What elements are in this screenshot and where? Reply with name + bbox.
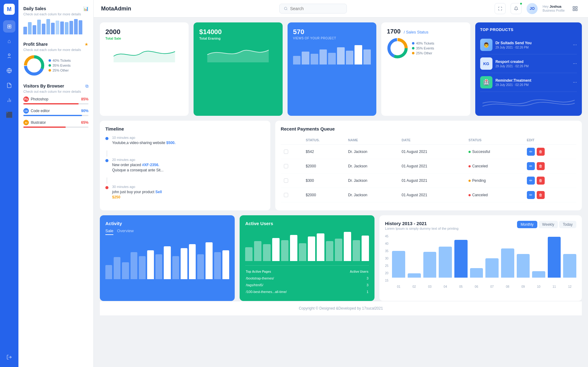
row-status-2: Pending	[468, 178, 486, 183]
history-chart-container: 45 40 35 30 25 20 15	[385, 235, 576, 288]
dashboard: 2000 Total Sale $14000 Total Eraning	[94, 18, 588, 320]
user-info: Hey Joshua Business Profile	[543, 5, 565, 12]
product-item-1: KG Resport created 29 July 2021 · 02:26 …	[480, 54, 577, 73]
views-value: 570	[293, 28, 371, 36]
notification-button[interactable]	[511, 3, 522, 14]
search-input[interactable]	[290, 6, 342, 11]
product-item-2: 🏥 Reminder:Treatment 29 July 2021 · 02:2…	[480, 73, 577, 92]
payments-table: STATUS. NAME DATE STATUS EDIT $542 Dr. J…	[281, 136, 576, 202]
browser-illustrator: Ai Illustrator 65%	[23, 120, 88, 128]
sidebar-item-users[interactable]	[3, 50, 15, 62]
activity-bars-chart	[105, 239, 229, 279]
table-row: $2000 Dr. Jackson 01 August 2021 Cancele…	[281, 188, 576, 202]
au-page-1: /tags/html5/	[246, 282, 330, 288]
product-menu-2[interactable]: ···	[573, 80, 577, 85]
timeline-time-2: 30 minutes ago	[112, 185, 162, 189]
top-products-wave	[480, 96, 577, 111]
visitors-title: Visitors By Browser	[23, 84, 64, 88]
payments-col-edit: EDIT	[524, 136, 576, 145]
top-products-card: TOP PRODUCTS 👨 Dr Sultads Send You 29 Ju…	[475, 22, 582, 116]
activity-tab-sale[interactable]: Sale	[105, 228, 113, 235]
history-tabs: Monthly Weekly Today	[517, 221, 576, 228]
legend-tickets: 40% Tickets	[49, 59, 71, 62]
active-users-table: Top Active Pages Active Users /bootstrap…	[245, 268, 369, 295]
payments-card: Recent Payments Queue STATUS. NAME DATE …	[275, 121, 582, 210]
legend-other: 25% Other	[49, 68, 71, 72]
edit-button-2[interactable]: ✏	[527, 177, 535, 185]
delete-button-2[interactable]: 🗑	[537, 177, 545, 185]
sidebar-item-docs[interactable]	[3, 79, 15, 92]
views-label: VIEWS OF YOUR PROJECT	[293, 37, 371, 40]
stat-sales-status: 1700 / Sales Status 40% Tickets 35% Even…	[381, 22, 470, 116]
timeline-card: Timeline 10 minutes ago Youtube,a video-…	[100, 121, 270, 210]
history-x-labels: 01 02 03 04 05 06 07 08 09 10 11 12	[392, 285, 576, 288]
au-users-2: 1	[330, 289, 368, 295]
sidebar-item-grid[interactable]: ⬛	[3, 109, 15, 121]
table-row: $300 Dr. Jackson 01 August 2021 Pending …	[281, 174, 576, 188]
logo-letter: M	[7, 6, 12, 13]
activity-card: Activity Sale Overview	[100, 215, 235, 301]
activity-title: Activity	[105, 221, 229, 226]
history-tab-weekly[interactable]: Weekly	[539, 221, 558, 228]
history-header: History 2013 - 2021 Lorem Ipsum is simpl…	[385, 221, 576, 230]
product-time-1: 29 July 2021 · 02:26 PM	[496, 64, 570, 68]
activity-tabs: Sale Overview	[105, 228, 229, 235]
header-title: MotaAdmin	[101, 6, 131, 12]
daily-sales-section: Daily Sales 📊 Check out each colum for m…	[23, 6, 88, 34]
product-info-1: Resport created 29 July 2021 · 02:26 PM	[496, 60, 570, 68]
product-time-2: 29 July 2021 · 02:26 PM	[496, 83, 570, 87]
row-checkbox-2[interactable]	[284, 178, 288, 183]
product-info-2: Reminder:Treatment 29 July 2021 · 02:26 …	[496, 78, 570, 87]
edit-button-3[interactable]: ✏	[527, 191, 535, 199]
daily-sales-chart	[23, 19, 88, 34]
stats-row: 2000 Total Sale $14000 Total Eraning	[100, 22, 582, 116]
total-earning-value: $14000	[199, 28, 277, 36]
code-editor-progress	[23, 115, 88, 116]
timeline-text-0: Youtube,a video-sharing website $500.	[112, 140, 175, 146]
svg-point-0	[8, 54, 10, 56]
timeline-time-1: 20 minutes ago	[112, 158, 163, 162]
delete-button-0[interactable]: 🗑	[537, 148, 545, 156]
product-name-0: Dr Sultads Send You	[496, 41, 570, 45]
history-tab-monthly[interactable]: Monthly	[517, 221, 537, 228]
row-amount-0: $542	[303, 145, 345, 159]
fullscreen-button[interactable]	[495, 3, 506, 14]
row-date-3: 01 August 2021	[398, 188, 465, 202]
edit-button-0[interactable]: ✏	[527, 148, 535, 156]
list-item: /100-best-themes...all-time/ 1	[246, 289, 368, 295]
search-box[interactable]	[279, 4, 347, 14]
product-menu-0[interactable]: ···	[573, 42, 577, 48]
sidebar-item-home[interactable]: ⌂	[3, 35, 15, 47]
sidebar-item-dashboard[interactable]: ⊞	[3, 20, 15, 33]
sidebar-item-logout[interactable]	[3, 351, 15, 363]
row-checkbox-1[interactable]	[284, 164, 288, 168]
list-item: /bootstrap-themes/ 3	[246, 275, 368, 281]
delete-button-3[interactable]: 🗑	[537, 191, 545, 199]
illustrator-progress	[23, 127, 88, 128]
activity-tab-overview[interactable]: Overview	[117, 228, 134, 235]
grid-button[interactable]	[570, 3, 581, 14]
timeline-text-1: New order placed #XF-2356.Quisque a cons…	[112, 162, 163, 173]
total-earning-chart	[199, 44, 277, 62]
total-earning-label: Total Eraning	[199, 37, 277, 40]
history-bars	[392, 235, 576, 284]
row-date-1: 01 August 2021	[398, 159, 465, 174]
sidebar-item-charts[interactable]	[3, 94, 15, 106]
svg-rect-13	[575, 6, 577, 8]
user-greeting: Hey Joshua	[543, 5, 565, 9]
payments-col-name: NAME	[345, 136, 398, 145]
history-tab-today[interactable]: Today	[559, 221, 576, 228]
row-checkbox-0[interactable]	[284, 150, 288, 154]
list-item: /tags/html5/ 3	[246, 282, 368, 288]
sidebar-item-globe[interactable]	[3, 64, 15, 77]
timeline-time-0: 10 minutes ago	[112, 136, 175, 139]
edit-button-1[interactable]: ✏	[527, 162, 535, 170]
product-menu-1[interactable]: ···	[573, 61, 577, 66]
browser-code-editor: CE Code editor 90%	[23, 108, 88, 116]
sidebar-logo[interactable]: M	[4, 4, 15, 15]
row-name-1: Dr. Jackson	[345, 159, 398, 174]
au-page-2: /100-best-themes...all-time/	[246, 289, 330, 295]
row-checkbox-3[interactable]	[284, 193, 288, 197]
delete-button-1[interactable]: 🗑	[537, 162, 545, 170]
row-name-3: Dr. Jackson	[345, 188, 398, 202]
